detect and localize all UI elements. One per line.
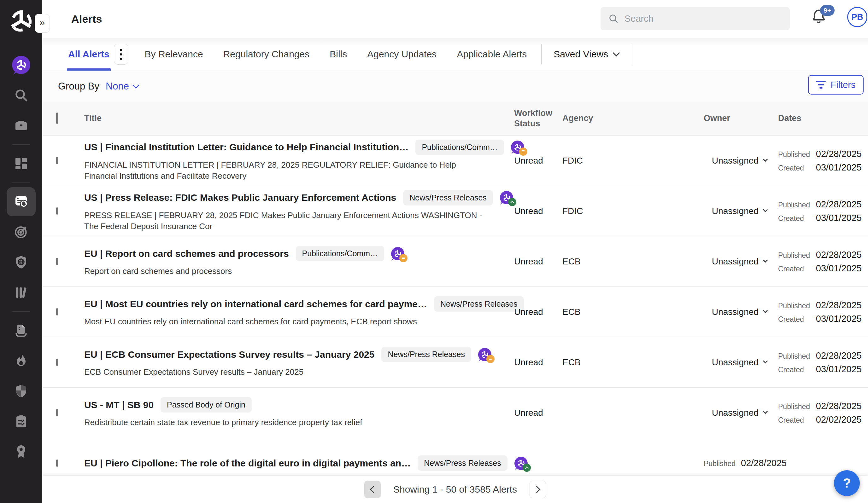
notifications-button[interactable]: 9+ — [810, 8, 831, 28]
sidebar-divider — [12, 144, 30, 145]
tab-agency-updates[interactable]: Agency Updates — [367, 38, 436, 71]
column-header-workflow-status: Workflow Status — [514, 108, 562, 128]
select-all-checkbox[interactable] — [56, 113, 58, 124]
owner-dropdown[interactable]: Unassigned — [704, 357, 778, 367]
global-search[interactable] — [600, 7, 790, 30]
agency-cell: FDIC — [562, 206, 704, 216]
table-row[interactable]: US | Press Release: FDIC Makes Public Ja… — [42, 186, 868, 237]
chevron-down-icon — [763, 308, 768, 313]
sidebar-item-alerts-feed[interactable] — [7, 187, 35, 216]
owner-dropdown[interactable]: Unassigned — [704, 206, 778, 216]
owner-dropdown[interactable]: Unassigned — [704, 307, 778, 317]
row-checkbox[interactable] — [56, 207, 58, 214]
sidebar-item-goals-target[interactable] — [7, 218, 35, 247]
sidebar-item-risk-shield[interactable] — [7, 377, 35, 406]
search-icon — [13, 87, 29, 103]
owner-value: Unassigned — [712, 307, 758, 317]
table-row[interactable]: EU | Report on card schemes and processo… — [42, 237, 868, 287]
sidebar-item-tasks-clipboard[interactable] — [7, 407, 35, 436]
owner-dropdown[interactable]: Unassigned — [704, 156, 778, 166]
row-checkbox[interactable] — [56, 258, 58, 265]
user-avatar[interactable]: PB — [847, 7, 867, 27]
risk-shield-icon — [13, 384, 29, 399]
enforcement-flame-icon — [13, 353, 29, 368]
main-area: Alerts 9+ PB All AlertsBy RelevanceRegul… — [42, 0, 868, 503]
alert-title-cell: EU | Most EU countries rely on internati… — [84, 296, 514, 327]
next-page-button[interactable] — [529, 481, 546, 498]
group-by-dropdown[interactable]: Group By None — [58, 81, 138, 92]
table-row[interactable]: EU | ECB Consumer Expectations Survey re… — [42, 337, 868, 388]
tab-all-alerts[interactable]: All Alerts — [68, 38, 110, 71]
row-checkbox[interactable] — [56, 308, 58, 315]
sidebar-item-enforcement-flame[interactable] — [7, 346, 35, 375]
pagination-text: Showing 1 - 50 of 3585 Alerts — [393, 484, 517, 495]
ai-summary-icon[interactable]: = — [511, 140, 526, 154]
chevron-down-icon — [613, 50, 620, 57]
ai-summary-icon[interactable]: = — [391, 247, 406, 260]
sidebar-item-filings-tray[interactable] — [7, 316, 35, 345]
published-label: Published — [778, 302, 815, 310]
ai-summary-icon[interactable] — [500, 191, 515, 204]
sidebar-item-library[interactable] — [7, 278, 35, 307]
tab-applicable-alerts[interactable]: Applicable Alerts — [457, 38, 527, 71]
published-date: 02/28/2025 — [815, 149, 862, 159]
tab-regulatory-changes[interactable]: Regulatory Changes — [223, 38, 310, 71]
table-row[interactable]: EU | Most EU countries rely on internati… — [42, 287, 868, 337]
created-label: Created — [778, 164, 815, 172]
sidebar-item-dashboard[interactable] — [7, 149, 35, 178]
alert-subtitle: FINANCIAL INSTITUTION LETTER | FEBRUARY … — [84, 159, 488, 181]
tab-by-relevance[interactable]: By Relevance — [145, 38, 203, 71]
table-row[interactable]: US - MT | SB 90 Passed Body of Origin Re… — [42, 388, 868, 438]
alert-title[interactable]: US | Press Release: FDIC Makes Public Ja… — [84, 192, 396, 203]
alert-title[interactable]: EU | Piero Cipollone: The role of the di… — [84, 458, 411, 469]
row-checkbox[interactable] — [56, 409, 58, 416]
ai-summary-icon[interactable] — [515, 457, 529, 470]
owner-dropdown[interactable]: Unassigned — [704, 256, 778, 266]
notification-count-badge: 9+ — [820, 5, 835, 16]
workflow-status-cell: Unread — [514, 256, 562, 266]
column-header-title: Title — [84, 113, 514, 123]
table-row[interactable]: US | Financial Institution Letter: Guida… — [42, 136, 868, 186]
row-checkbox[interactable] — [56, 359, 58, 366]
chevron-down-icon — [763, 207, 768, 212]
published-date: 02/28/2025 — [815, 401, 862, 411]
goals-target-icon — [13, 224, 29, 240]
ai-status-badge — [523, 464, 531, 472]
filters-button[interactable]: Filters — [808, 75, 864, 95]
sidebar-item-search[interactable] — [7, 81, 35, 110]
chevron-down-icon — [763, 258, 768, 263]
sidebar-item-global-shield[interactable] — [7, 248, 35, 277]
tab-options-kebab-button[interactable] — [114, 44, 128, 65]
sidebar-item-workspace[interactable] — [7, 111, 35, 140]
owner-dropdown[interactable]: Unassigned — [704, 408, 778, 418]
sidebar-expand-button[interactable]: » — [35, 14, 50, 33]
workflow-status-cell: Unread — [514, 408, 562, 418]
pagination-bar: Showing 1 - 50 of 3585 Alerts — [42, 476, 868, 503]
toolbar: Group By None Filters — [42, 71, 868, 102]
tab-bills[interactable]: Bills — [330, 38, 347, 71]
saved-views-dropdown[interactable]: Saved Views — [554, 49, 619, 60]
dates-cell: Published 02/28/2025 Created 03/01/2025 — [778, 250, 868, 274]
dates-cell: Published 02/28/2025 Created 02/02/2025 — [778, 401, 868, 425]
alert-title[interactable]: US - MT | SB 90 — [84, 400, 154, 410]
alert-title-cell: EU | Report on card schemes and processo… — [84, 246, 514, 277]
chevron-right-icon — [533, 486, 541, 493]
alert-title-cell: US | Financial Institution Letter: Guida… — [84, 140, 514, 181]
workspace-icon — [13, 118, 29, 133]
created-date: 03/01/2025 — [815, 314, 862, 324]
column-header-dates: Dates — [778, 113, 868, 123]
row-checkbox[interactable] — [56, 460, 58, 467]
search-input[interactable] — [624, 13, 782, 24]
previous-page-button[interactable] — [364, 481, 381, 498]
alert-title[interactable]: US | Financial Institution Letter: Guida… — [84, 142, 409, 153]
help-button[interactable]: ? — [834, 470, 860, 496]
sidebar-item-award-ribbon[interactable] — [7, 437, 35, 466]
sidebar-item-assistant[interactable] — [7, 50, 35, 80]
alert-title[interactable]: EU | Most EU countries rely on internati… — [84, 299, 427, 310]
row-checkbox[interactable] — [56, 157, 58, 164]
published-label: Published — [778, 251, 815, 260]
ai-summary-icon[interactable]: = — [478, 348, 493, 361]
alert-title[interactable]: EU | ECB Consumer Expectations Survey re… — [84, 349, 374, 360]
search-icon — [608, 13, 619, 24]
alert-title[interactable]: EU | Report on card schemes and processo… — [84, 248, 289, 259]
